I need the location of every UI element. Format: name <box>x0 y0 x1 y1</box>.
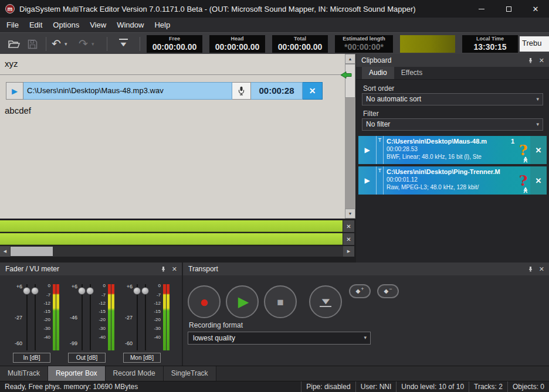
chevron-down-icon: ▾ <box>536 121 539 128</box>
open-button[interactable] <box>8 38 20 50</box>
clipboard-entry[interactable]: ▶ T C:\Users\nin\Desktop\Maus-48.m 1 00:… <box>358 136 547 164</box>
close-panel-button[interactable]: ✕ <box>539 57 544 64</box>
record-icon: ● <box>199 294 209 309</box>
vu-scale-label: 0 <box>94 284 106 288</box>
pin-icon[interactable] <box>527 266 534 272</box>
level-bar <box>0 233 343 245</box>
status-indicators: Pipe: disabled User: NNI Undo level: 10 … <box>301 381 549 392</box>
maximize-button[interactable] <box>495 0 522 18</box>
undo-button[interactable]: ↶ <box>52 38 61 50</box>
clip-play-button[interactable]: ▶ <box>6 82 23 100</box>
close-button[interactable]: ✕ <box>522 0 549 18</box>
maximize-icon <box>506 6 511 12</box>
entry-remove-button[interactable]: ✕ ≫ <box>530 166 547 195</box>
main-area: xyz ▶ C:\Users\nin\Desktop\Maus-48.mp3.w… <box>0 54 549 263</box>
undo-dropdown-button[interactable]: ▾ <box>65 41 67 47</box>
fader-knob[interactable] <box>78 287 86 295</box>
download-icon: ▼ <box>320 297 331 307</box>
tab-multitrack[interactable]: MultiTrack <box>0 366 48 381</box>
vu-scale-label: -12 <box>94 301 106 306</box>
close-icon: ✕ <box>309 86 316 96</box>
filter-select[interactable]: No filter ▾ <box>362 118 543 131</box>
redo-dropdown-button[interactable]: ▾ <box>92 41 94 47</box>
recording-format-label: Recording format <box>189 321 243 329</box>
note-text: abcdef <box>5 105 31 115</box>
double-chevron-up-icon: ≫ <box>522 187 528 193</box>
fader-scale-label: -27 <box>11 315 22 321</box>
level-bar-close-button[interactable]: ✕ <box>343 233 354 245</box>
pin-icon[interactable] <box>527 57 534 64</box>
scroll-down-button[interactable]: ▼ <box>345 209 355 219</box>
panel-title: Transport <box>183 265 218 273</box>
scrollbar-thumb[interactable] <box>11 247 53 256</box>
level-bar-close-button[interactable]: ✕ <box>343 220 354 232</box>
download-bar-icon <box>320 306 331 307</box>
chevron-down-icon: ▾ <box>536 96 539 103</box>
close-icon: ✕ <box>536 176 542 185</box>
entry-play-button[interactable]: ▶ <box>358 136 376 164</box>
tab-singletrack[interactable]: SingleTrack <box>164 366 216 381</box>
menu-window[interactable]: Window <box>111 18 149 32</box>
counter-label: Local Time <box>462 35 518 42</box>
tab-reporter-box[interactable]: Reporter Box <box>48 366 106 381</box>
horizontal-scrollbar[interactable]: ◀ ▶ <box>0 246 354 257</box>
toolbar-dropdown-button[interactable]: ▼ <box>116 39 130 47</box>
clipboard-entry[interactable]: ▶ T C:\Users\nin\Desktop\Ping-Trenner.M … <box>358 166 547 195</box>
recording-format-select[interactable]: lowest quality ▾ <box>188 332 371 345</box>
record-button[interactable]: ● <box>188 285 221 318</box>
entry-info: C:\Users\nin\Desktop\Maus-48.m 1 00:00:2… <box>384 136 516 164</box>
close-icon: ✕ <box>533 5 539 13</box>
filter-value: No filter <box>366 120 390 128</box>
tab-record-mode[interactable]: Record Mode <box>106 366 164 381</box>
vu-scale-label: -15 <box>149 309 161 314</box>
menu-file[interactable]: File <box>1 18 24 32</box>
marker-remove-button[interactable]: ◆− <box>377 284 399 298</box>
scroll-right-button[interactable]: ▶ <box>343 246 354 257</box>
tab-audio[interactable]: Audio <box>362 67 394 79</box>
fader-knob[interactable] <box>141 287 149 295</box>
stop-button[interactable]: ■ <box>264 285 297 318</box>
load-button[interactable]: ▼ <box>309 285 342 318</box>
vu-meter-strip <box>53 284 56 350</box>
fader-knob[interactable] <box>86 287 94 295</box>
entry-info: C:\Users\nin\Desktop\Ping-Trenner.M 00:0… <box>384 166 516 195</box>
minimize-button[interactable] <box>468 0 495 18</box>
fader-knob[interactable] <box>133 287 141 295</box>
fader-panel-header: Fader / VU meter ✕ <box>0 263 182 275</box>
menu-help[interactable]: Help <box>149 18 175 32</box>
scroll-left-button[interactable]: ◀ <box>0 246 10 257</box>
sort-order-select[interactable]: No automatic sort ▾ <box>362 93 543 105</box>
tab-effects[interactable]: Effects <box>394 67 429 79</box>
font-selector[interactable]: Trebu <box>520 36 549 52</box>
close-panel-button[interactable]: ✕ <box>539 266 544 272</box>
fader-group-name: In [dB] <box>13 353 50 363</box>
pin-icon[interactable] <box>160 266 167 272</box>
redo-button[interactable]: ↷ <box>79 38 88 50</box>
clip-close-button[interactable]: ✕ <box>303 82 323 100</box>
entry-play-button[interactable]: ▶ <box>358 166 376 195</box>
triangle-down-icon: ▼ <box>118 41 128 47</box>
fader-scale-label: +6 <box>66 284 77 289</box>
fader-knob[interactable] <box>23 287 30 295</box>
marker-add-button[interactable]: ◆+ <box>349 284 371 298</box>
audio-clip[interactable]: ▶ C:\Users\nin\Desktop\Maus-48.mp3.wav 0… <box>6 82 323 100</box>
counter-label: Total <box>272 35 328 42</box>
vu-scale-label: -30 <box>39 326 50 331</box>
save-button[interactable] <box>28 38 38 50</box>
clip-path: C:\Users\nin\Desktop\Maus-48.mp3.wav <box>23 82 232 100</box>
clip-mic-button[interactable] <box>232 82 251 100</box>
menu-view[interactable]: View <box>84 18 111 32</box>
scroll-up-button[interactable]: ▲ <box>345 54 355 64</box>
menu-options[interactable]: Options <box>48 18 84 32</box>
entry-remove-button[interactable]: ✕ ≫ <box>530 136 547 164</box>
close-panel-button[interactable]: ✕ <box>172 266 177 272</box>
scrollbar-thumb[interactable] <box>345 64 355 98</box>
menu-edit[interactable]: Edit <box>24 18 48 32</box>
vu-scale-label: -15 <box>94 309 106 314</box>
insert-marker-icon <box>340 71 352 79</box>
editor-area[interactable]: xyz ▶ C:\Users\nin\Desktop\Maus-48.mp3.w… <box>0 54 355 219</box>
clip-time: 00:00:28 <box>251 82 303 100</box>
fader-knob[interactable] <box>31 287 39 295</box>
play-button[interactable]: ▶ <box>226 285 259 318</box>
counter-head: Head 00:00:00.00 <box>209 35 265 53</box>
